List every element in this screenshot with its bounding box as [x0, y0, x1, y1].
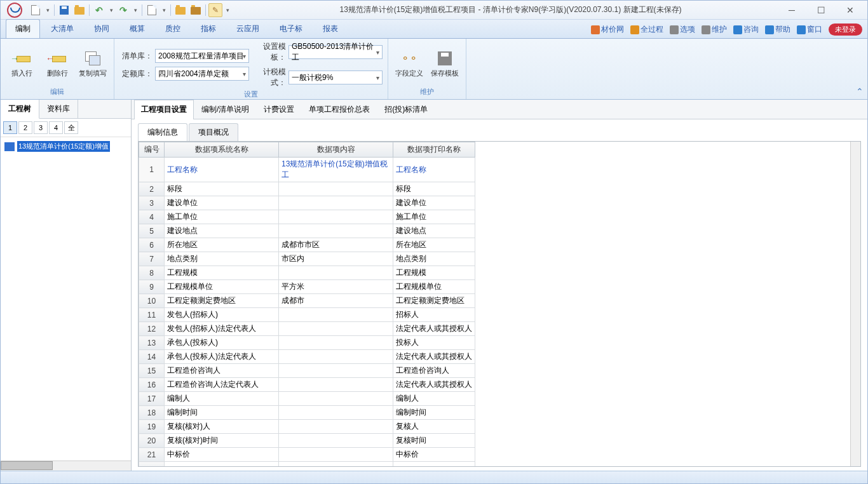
cell-print[interactable]: 编制人 [393, 392, 475, 406]
save-button[interactable] [57, 3, 71, 17]
cell-print[interactable]: 工程名称 [393, 158, 475, 182]
cell-sys[interactable]: 发包人(招标人) [165, 308, 279, 322]
cell-sys[interactable]: 工程规模单位 [165, 280, 279, 294]
import-button[interactable] [145, 3, 159, 17]
cell-content[interactable] [279, 322, 393, 336]
folder-button-1[interactable] [173, 3, 187, 17]
sub-tab-1[interactable]: 编制/清单说明 [194, 100, 256, 119]
undo-button[interactable]: ↶ [92, 3, 106, 17]
cell-content[interactable]: 成都市市区 [279, 238, 393, 252]
copy-button[interactable]: 复制填写 [77, 43, 109, 84]
cell-print[interactable]: 法定代表人或其授权人 [393, 350, 475, 364]
cell-sys[interactable]: 工程规模 [165, 266, 279, 280]
cell-print[interactable]: 复核时间 [393, 434, 475, 448]
cell-sys[interactable]: 工程定额测定费地区 [165, 294, 279, 308]
main-tab-5[interactable]: 指标 [191, 19, 226, 38]
column-header[interactable]: 数据项打印名称 [393, 142, 475, 158]
tool-material[interactable]: 材价网 [591, 24, 624, 35]
num-tab-3[interactable]: 3 [34, 121, 48, 134]
sub-tab-0[interactable]: 工程项目设置 [134, 100, 194, 119]
cell-sys[interactable]: 编制人 [165, 392, 279, 406]
table-row-empty[interactable] [139, 462, 475, 467]
table-row[interactable]: 20复核(核对)时间复核时间 [139, 434, 475, 448]
maximize-button[interactable]: ☐ [806, 1, 836, 19]
tool-window[interactable]: 窗口 [797, 24, 822, 35]
column-header[interactable]: 数据项系统名称 [165, 142, 279, 158]
cell-content[interactable] [279, 224, 393, 238]
sub-tab-2[interactable]: 计费设置 [257, 100, 301, 119]
main-tab-1[interactable]: 大清单 [41, 19, 83, 38]
table-row[interactable]: 8工程规模工程规模 [139, 266, 475, 280]
cell-sys[interactable]: 所在地区 [165, 238, 279, 252]
inner-tab-1[interactable]: 项目概况 [189, 123, 238, 141]
setting-select-3[interactable]: 一般计税9% [288, 71, 383, 84]
cell-print[interactable]: 工程规模 [393, 266, 475, 280]
cell-print[interactable]: 投标人 [393, 336, 475, 350]
tool-button[interactable]: ✎ [208, 3, 222, 17]
folder-button-2[interactable] [189, 3, 203, 17]
setting-select-0[interactable]: 2008规范工程量清单项目 [155, 49, 249, 63]
tool-help[interactable]: 帮助 [765, 24, 790, 35]
setting-select-1[interactable]: 四川省2004清单定额 [155, 67, 249, 81]
vertical-scrollbar[interactable] [850, 142, 860, 466]
left-tab-0[interactable]: 工程树 [1, 100, 39, 119]
tool-qq[interactable]: 咨询 [733, 24, 759, 35]
cell-sys[interactable]: 标段 [165, 182, 279, 196]
cell-sys[interactable]: 复核(核对)人 [165, 420, 279, 434]
delete-button[interactable]: 删除行 [41, 43, 73, 84]
undo-dropdown[interactable]: ▾ [107, 3, 115, 17]
table-row[interactable]: 13承包人(投标人)投标人 [139, 336, 475, 350]
cell-content[interactable]: 13规范清单计价(15定额)增值税工 [279, 158, 393, 182]
num-tab-4[interactable]: 4 [49, 121, 63, 134]
table-row[interactable]: 18编制时间编制时间 [139, 406, 475, 420]
main-tab-3[interactable]: 概算 [120, 19, 154, 38]
login-badge[interactable]: 未登录 [829, 24, 862, 36]
table-row[interactable]: 21中标价中标价 [139, 448, 475, 462]
horizontal-scrollbar[interactable] [1, 460, 131, 471]
cell-content[interactable] [279, 266, 393, 280]
project-tree[interactable]: 13规范清单计价(15定额)增值 [1, 137, 131, 460]
cell-print[interactable]: 所在地区 [393, 238, 475, 252]
cell-print[interactable]: 法定代表人或其授权人 [393, 378, 475, 392]
cell-content[interactable]: 平方米 [279, 280, 393, 294]
table-row[interactable]: 11发包人(招标人)招标人 [139, 308, 475, 322]
tool-option[interactable]: 选项 [670, 24, 695, 35]
table-row[interactable]: 3建设单位建设单位 [139, 196, 475, 210]
main-tab-6[interactable]: 云应用 [227, 19, 269, 38]
cell-content[interactable] [279, 196, 393, 210]
cell-print[interactable]: 建设地点 [393, 224, 475, 238]
import-dropdown[interactable]: ▾ [160, 3, 168, 17]
column-header[interactable]: 编号 [139, 142, 165, 158]
main-tab-8[interactable]: 报表 [313, 19, 348, 38]
cell-content[interactable] [279, 434, 393, 448]
table-row[interactable]: 19复核(核对)人复核人 [139, 420, 475, 434]
cell-print[interactable]: 工程规模单位 [393, 280, 475, 294]
cell-sys[interactable]: 编制时间 [165, 406, 279, 420]
cell-content[interactable] [279, 182, 393, 196]
cell-sys[interactable]: 工程造价咨询人 [165, 364, 279, 378]
cell-content[interactable] [279, 210, 393, 224]
cell-content[interactable] [279, 392, 393, 406]
cell-sys[interactable]: 地点类别 [165, 252, 279, 266]
inner-tab-0[interactable]: 编制信息 [138, 123, 187, 141]
cell-print[interactable]: 施工单位 [393, 210, 475, 224]
cell-content[interactable] [279, 308, 393, 322]
sub-tab-3[interactable]: 单项工程报价总表 [302, 100, 377, 119]
redo-dropdown[interactable]: ▾ [132, 3, 139, 17]
cell-content[interactable] [279, 378, 393, 392]
close-button[interactable]: ✕ [836, 1, 865, 19]
new-dropdown[interactable]: ▾ [44, 3, 51, 17]
num-tab-2[interactable]: 2 [18, 121, 32, 134]
savetpl-button[interactable]: 保存模板 [429, 43, 461, 84]
table-row[interactable]: 6所在地区成都市市区所在地区 [139, 238, 475, 252]
table-row[interactable]: 9工程规模单位平方米工程规模单位 [139, 280, 475, 294]
redo-button[interactable]: ↷ [116, 3, 130, 17]
cell-print[interactable]: 地点类别 [393, 252, 475, 266]
cell-sys[interactable]: 中标价 [165, 448, 279, 462]
cell-print[interactable]: 建设单位 [393, 196, 475, 210]
cell-print[interactable]: 标段 [393, 182, 475, 196]
cell-content[interactable] [279, 350, 393, 364]
cell-print[interactable]: 中标价 [393, 448, 475, 462]
main-tab-7[interactable]: 电子标 [270, 19, 312, 38]
tool-maint[interactable]: 维护 [702, 24, 727, 35]
